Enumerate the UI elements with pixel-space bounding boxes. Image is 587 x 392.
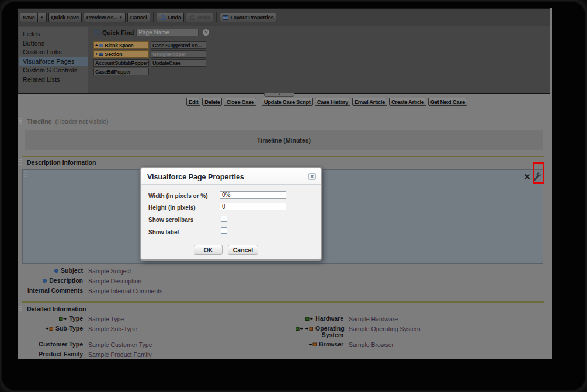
field-sample-value: Sample Product Family <box>88 351 152 358</box>
plus-icon: + <box>95 43 98 48</box>
plus-icon: + <box>95 52 98 57</box>
dependent-field-icon <box>305 327 313 331</box>
height-input[interactable] <box>220 203 286 210</box>
blank-space-icon <box>99 44 103 47</box>
caret-down-icon: ▼ <box>119 16 123 19</box>
field-row[interactable]: Internal Comments Sample Internal Commen… <box>18 287 552 295</box>
field-label: Browser <box>275 341 343 348</box>
edit-button[interactable]: Edit <box>186 98 200 106</box>
show-scrollbars-label: Show scrollbars <box>148 217 193 223</box>
palette-item-updatecase[interactable]: UpdateCase <box>151 59 206 67</box>
preview-as-button[interactable]: Preview As...▼ <box>84 13 126 22</box>
section-icon <box>99 53 103 56</box>
dialog-title: Visualforce Page Properties <box>147 173 244 181</box>
palette-panel: Save ▼ Quick Save Preview As...▼ Cancel … <box>18 8 550 94</box>
nav-item-related-lists[interactable]: Related Lists <box>19 75 88 85</box>
palette-collapse-handle[interactable]: ▲ <box>264 93 294 97</box>
show-scrollbars-checkbox[interactable] <box>221 216 227 222</box>
preview-as-label: Preview As... <box>86 14 117 20</box>
field-row[interactable]: Product Family Sample Product Family <box>18 351 552 359</box>
palette-item-label: Blank Space <box>105 43 133 48</box>
nav-item-visualforce-pages[interactable]: Visualforce Pages <box>19 57 88 67</box>
palette-item-label: Section <box>105 51 122 57</box>
caret-down-icon: ▼ <box>40 16 44 19</box>
get-next-case-button[interactable]: Get Next Case <box>428 98 467 106</box>
height-label: Height (in pixels) <box>148 204 196 211</box>
field-row[interactable]: Description Sample Description <box>18 277 552 285</box>
required-icon <box>43 279 47 283</box>
field-row[interactable]: Hardware Sample Hardware <box>18 315 552 323</box>
quick-save-label: Quick Save <box>51 14 79 20</box>
field-row[interactable]: Operating System Sample Operating System <box>18 325 552 333</box>
timeline-suffix: (Header not visible) <box>55 118 108 125</box>
palette-item-label: GooglePopper <box>152 51 186 57</box>
controlling-field-icon <box>305 317 313 321</box>
create-article-button[interactable]: Create Article <box>389 98 426 106</box>
field-row[interactable]: Browser Sample Browser <box>18 341 552 349</box>
palette-item-label: AccountSubtabPopper <box>95 60 148 66</box>
nav-item-custom-links[interactable]: Custom Links <box>19 48 88 57</box>
close-case-button[interactable]: Close Case <box>224 98 256 106</box>
description-section-title: Description Information <box>27 159 96 166</box>
palette-item-label: UpdateCase <box>152 60 180 66</box>
field-sample-value: Sample Internal Comments <box>88 287 162 294</box>
layout-properties-icon <box>223 15 228 20</box>
dialog-header: Visualforce Page Properties × <box>141 168 321 185</box>
cancel-button[interactable]: Cancel <box>228 245 258 255</box>
cancel-button[interactable]: Cancel <box>127 13 150 22</box>
section-divider <box>22 156 544 157</box>
quick-find-input[interactable] <box>136 29 199 36</box>
drag-handle-icon[interactable] <box>19 159 22 166</box>
case-history-button[interactable]: Case History <box>315 98 350 106</box>
save-dropdown-button[interactable]: ▼ <box>37 13 47 22</box>
palette-item-case-suggested[interactable]: Case Suggested Kn... <box>151 41 206 49</box>
email-article-button[interactable]: Email Article <box>352 98 387 106</box>
palette-item-label: Case Suggested Kn... <box>152 43 202 48</box>
remove-component-icon[interactable] <box>524 174 530 180</box>
drag-handle-icon[interactable] <box>24 171 27 178</box>
palette-item-accountsubtabpopper[interactable]: AccountSubtabPopper <box>93 59 149 67</box>
palette-content: Quick Find ✕ +Blank Space +Section Accou… <box>89 27 549 93</box>
ok-button[interactable]: OK <box>194 245 223 255</box>
field-label: Internal Comments <box>18 287 83 294</box>
undo-label: Undo <box>168 14 182 20</box>
cancel-label: Cancel <box>130 14 147 20</box>
palette-item-label: CaseBillPopper <box>95 69 131 75</box>
timeline-title: Timeline <box>27 118 51 125</box>
layout-properties-button[interactable]: Layout Properties <box>220 13 276 22</box>
field-label: Product Family <box>18 351 83 358</box>
show-label-checkbox[interactable] <box>221 227 227 234</box>
section-divider <box>22 301 544 303</box>
redo-icon <box>189 14 196 21</box>
palette-item-blank-space[interactable]: +Blank Space <box>93 41 149 49</box>
field-sample-value: Sample Operating System <box>349 325 421 332</box>
field-sample-value: Sample Description <box>88 277 141 285</box>
nav-item-custom-s-controls[interactable]: Custom S-Controls <box>19 66 88 75</box>
undo-button[interactable]: Undo <box>157 13 185 22</box>
quick-save-button[interactable]: Quick Save <box>48 13 82 22</box>
drag-handle-icon[interactable] <box>19 306 22 313</box>
palette-item-casebillpopper[interactable]: CaseBillPopper <box>93 68 149 75</box>
width-label: Width (in pixels or %) <box>148 193 208 199</box>
drag-handle-icon[interactable] <box>19 118 22 125</box>
detailed-section-header: Detailed Information <box>19 306 86 313</box>
timeline-component-label: Timeline (Minutes) <box>257 137 311 144</box>
nav-item-buttons[interactable]: Buttons <box>19 39 88 48</box>
nav-item-fields[interactable]: Fields <box>19 30 88 39</box>
palette-nav: Fields Buttons Custom Links Visualforce … <box>19 27 88 93</box>
clear-search-icon[interactable]: ✕ <box>203 29 209 36</box>
close-icon[interactable]: × <box>308 173 316 180</box>
update-case-script-button[interactable]: Update Case Script <box>262 98 313 106</box>
field-row[interactable]: Subject Sample Subject <box>18 268 552 275</box>
field-sample-value: Sample Hardware <box>349 315 398 322</box>
field-sample-value: Sample Browser <box>349 341 394 348</box>
delete-button[interactable]: Delete <box>202 98 222 106</box>
visualforce-page-properties-dialog: Visualforce Page Properties × Width (in … <box>140 167 322 261</box>
width-input[interactable] <box>220 191 286 199</box>
palette-items-column-2: Case Suggested Kn... GooglePopper Update… <box>151 41 206 67</box>
redo-button[interactable]: Redo <box>186 13 213 22</box>
timeline-component[interactable]: Timeline (Minutes) <box>25 130 543 150</box>
palette-item-section[interactable]: +Section <box>93 50 149 58</box>
save-button[interactable]: Save <box>20 13 38 22</box>
search-icon <box>94 29 101 36</box>
